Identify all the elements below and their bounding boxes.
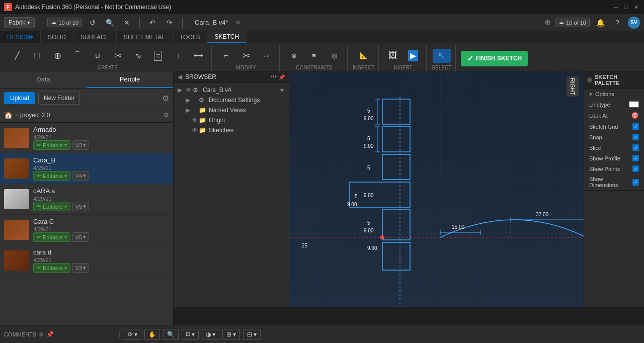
- arrow-views-icon: ▶: [186, 107, 192, 114]
- add-tab-icon[interactable]: ⊕: [544, 18, 551, 27]
- undo-button[interactable]: ↶: [146, 16, 159, 29]
- palette-header[interactable]: SKETCH PALETTE: [584, 71, 644, 89]
- tab-surface[interactable]: SURFACE: [73, 31, 117, 43]
- edit-dropdown-cara-a[interactable]: ▾: [64, 204, 67, 209]
- inspect-label: INSPECT: [353, 65, 374, 70]
- notification-button[interactable]: 🔔: [594, 16, 607, 29]
- insert-image-btn[interactable]: 🖼: [384, 49, 402, 62]
- rectangle-btn[interactable]: □: [28, 49, 46, 62]
- search-button[interactable]: 🔍: [103, 16, 116, 29]
- editable-badge-cara-c[interactable]: ✏ Editable ▾: [33, 232, 70, 242]
- refresh-button[interactable]: ↺: [86, 16, 99, 29]
- options-section-header[interactable]: ▼ Options: [584, 89, 644, 99]
- version-tag-cara-c[interactable]: V5 ▾: [72, 232, 89, 242]
- tab-data[interactable]: Data: [0, 71, 87, 88]
- browser-toggle[interactable]: ◀: [178, 73, 182, 80]
- slice-label: Slice: [589, 145, 632, 151]
- fabrik-button[interactable]: Fabrik ▾: [4, 17, 35, 28]
- extend-btn[interactable]: ↔: [257, 50, 275, 61]
- minimize-button[interactable]: ─: [612, 3, 620, 11]
- line-btn[interactable]: ╱: [8, 49, 26, 62]
- edit-dropdown-cara-c[interactable]: ▾: [64, 234, 67, 240]
- lookat-icon[interactable]: 🎯: [631, 112, 639, 119]
- help-button[interactable]: ?: [611, 16, 624, 29]
- coincident-btn[interactable]: ⊗: [285, 50, 303, 61]
- snap-checkbox[interactable]: ✓: [632, 134, 639, 140]
- tab-solid[interactable]: SOLID: [41, 31, 73, 43]
- select-btn[interactable]: ↖: [433, 49, 451, 63]
- list-item-cara-b[interactable]: Cara_B 4/29/21 ✏ Editable ▾ V4 ▾: [0, 153, 173, 184]
- fillet-btn[interactable]: ⌐: [217, 50, 235, 62]
- display-settings-button[interactable]: ◑ ▾: [202, 329, 219, 340]
- tab-people[interactable]: People: [87, 71, 173, 88]
- finish-sketch-button[interactable]: ✓ FINISH SKETCH: [461, 51, 528, 66]
- version-tag-cara-b[interactable]: V4 ▾: [72, 171, 89, 181]
- trim-btn[interactable]: ✂: [109, 49, 127, 63]
- profile-checkbox[interactable]: ✓: [632, 155, 639, 161]
- viewport-layout-button[interactable]: ⊟ ▾: [243, 329, 261, 340]
- breadcrumb-project[interactable]: proyect 2.0: [20, 112, 50, 119]
- tab-sheetmetal[interactable]: SHEET METAL: [117, 31, 173, 43]
- editable-badge-armado[interactable]: ✏ Editable ▾: [33, 140, 70, 150]
- upload-button[interactable]: Upload: [4, 92, 35, 104]
- version-tag-armado[interactable]: V3 ▾: [72, 140, 89, 150]
- close-doc-button[interactable]: ✕: [120, 16, 133, 29]
- version-tag-cara-a[interactable]: V5 ▾: [72, 202, 89, 211]
- edit-dropdown-armado[interactable]: ▾: [64, 142, 67, 148]
- circle-btn[interactable]: ⊕: [48, 49, 66, 63]
- dimensions-checkbox[interactable]: ✓: [632, 179, 639, 186]
- tab-sketch[interactable]: SKETCH: [207, 31, 247, 43]
- design-dropdown[interactable]: DESIGN ▾: [0, 31, 41, 43]
- list-item-cara-c[interactable]: Cara C 4/29/21 ✏ Editable ▾ V5 ▾: [0, 215, 173, 245]
- version-tag-cara-d[interactable]: V3 ▾: [72, 263, 89, 273]
- tree-item-origin[interactable]: ▶ 👁 📁 Origin: [174, 115, 289, 125]
- tab-close-button[interactable]: ✕: [235, 19, 240, 26]
- arc-btn[interactable]: ⌒: [68, 49, 87, 62]
- list-item-cara-d[interactable]: cara d 4/29/21 ✏ Editable ▾ V3 ▾: [0, 245, 173, 276]
- user-avatar[interactable]: SV: [628, 17, 640, 29]
- tree-item-named-views[interactable]: ▶ 👁 📁 Named Views: [174, 105, 289, 115]
- edit-dropdown-cara-d[interactable]: ▾: [64, 265, 67, 271]
- version-dropdown-armado: ▾: [83, 142, 86, 148]
- linetype-color-swatch[interactable]: [629, 101, 639, 108]
- zoom-button[interactable]: 🔍: [163, 329, 179, 340]
- browser-pin-icon[interactable]: 📌: [279, 74, 285, 80]
- measure-btn[interactable]: 📐: [355, 50, 373, 61]
- redo-button[interactable]: ↷: [163, 16, 176, 29]
- orbit-button[interactable]: ⟳ ▾: [124, 329, 141, 340]
- list-item-cara-a[interactable]: cARA a 4/29/21 ✏ Editable ▾ V5 ▾: [0, 184, 173, 215]
- trim2-btn[interactable]: ✂: [237, 49, 255, 63]
- tree-item-sketches[interactable]: ▶ 👁 📁 Sketches: [174, 125, 289, 135]
- concentric-btn[interactable]: ◎: [325, 50, 343, 61]
- editable-badge-cara-d[interactable]: ✏ Editable ▾: [33, 263, 70, 273]
- grid-settings-button[interactable]: ⊞ ▾: [222, 329, 240, 340]
- editable-badge-cara-b[interactable]: ✏ Editable ▾: [33, 171, 70, 181]
- zoom-window-button[interactable]: ⊡ ▾: [182, 329, 199, 340]
- breadcrumb-settings-icon[interactable]: ⚙: [164, 112, 169, 119]
- list-item-armado[interactable]: Armado 4/29/21 ✏ Editable ▾ V3 ▾: [0, 123, 173, 153]
- edit-dropdown-cara-b[interactable]: ▾: [64, 173, 67, 179]
- spline-btn[interactable]: ∿: [129, 49, 147, 62]
- pan-button[interactable]: ✋: [144, 329, 160, 340]
- canvas-area[interactable]: RIGHT: [289, 71, 584, 307]
- tab-tools[interactable]: TOOLS: [173, 31, 207, 43]
- maximize-button[interactable]: □: [622, 3, 630, 11]
- dimension-btn[interactable]: ⟷: [189, 50, 207, 61]
- browser-options-icon[interactable]: •••: [270, 73, 277, 80]
- insert-dxf-btn[interactable]: ▶: [404, 48, 422, 63]
- slice-checkbox[interactable]: ✓: [632, 144, 639, 151]
- home-icon[interactable]: 🏠: [4, 111, 13, 119]
- grid-checkbox[interactable]: ✓: [632, 123, 639, 130]
- editable-badge-cara-a[interactable]: ✏ Editable ▾: [33, 202, 70, 211]
- close-button[interactable]: ✕: [632, 3, 640, 11]
- points-checkbox[interactable]: ✓: [632, 165, 639, 172]
- tree-item-doc-settings[interactable]: ▶ 👁 ⚙ Document Settings: [174, 95, 289, 105]
- new-folder-button[interactable]: New Folder: [38, 92, 80, 105]
- offset-btn[interactable]: ≡: [149, 49, 167, 62]
- version-dropdown-cara-c: ▾: [83, 234, 86, 240]
- collinear-btn[interactable]: ≡: [305, 50, 323, 61]
- arc2-btn[interactable]: ∪: [89, 49, 107, 62]
- tree-item-root[interactable]: ▶ 👁 ⚙ Cara_B v4 ★: [174, 85, 289, 95]
- mirror-btn[interactable]: ⟂: [169, 50, 187, 61]
- panel-settings-button[interactable]: ⚙: [162, 94, 169, 103]
